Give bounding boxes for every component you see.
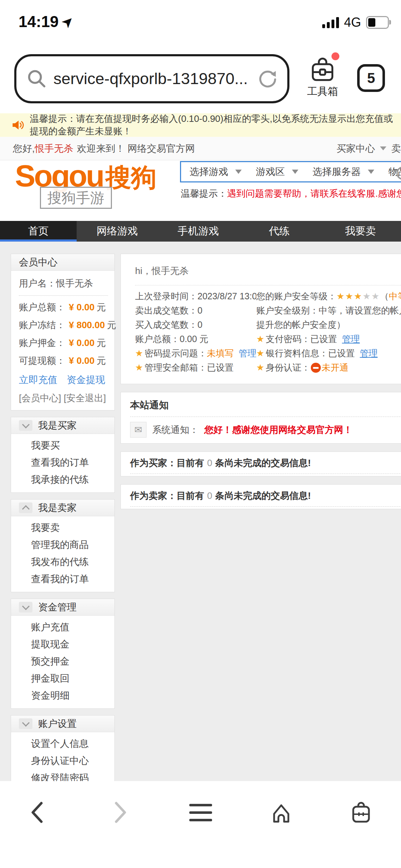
section-buyer-header[interactable]: 我是买家 xyxy=(11,417,114,434)
sidebar-item-funds-detail[interactable]: 资金明细 xyxy=(11,687,114,704)
refresh-icon[interactable] xyxy=(257,68,278,89)
star-icons-empty: ★★ xyxy=(363,291,380,301)
location-arrow-icon: ➤ xyxy=(59,14,76,30)
last-login-row: 上次登录时间：2023/8/27 13:06:05 xyxy=(135,289,256,303)
sidebar-item-id-auth-center[interactable]: 身份认证中心 xyxy=(11,752,114,769)
tip-text: 温馨提示：请在充值提现时务必输入(0.10-0.90)相应的零头,以免系统无法显… xyxy=(30,113,401,138)
recharge-link[interactable]: 立即充值 xyxy=(19,373,57,386)
sidebar-item-withdraw-cash[interactable]: 提取现金 xyxy=(11,636,114,653)
browser-bottom-toolbar xyxy=(0,781,401,868)
section-account-header[interactable]: 账户设置 xyxy=(11,715,114,732)
nav-tab-mobile-games[interactable]: 手机游戏 xyxy=(158,221,239,242)
service-tip: 温馨提示：遇到问题需要帮助，请联系在线客服.感谢您的支持! xyxy=(181,187,401,200)
member-center-card: 会员中心 用户名：恨手无杀 账户总额：¥ 0.00元 账户冻结：¥ 800.00… xyxy=(11,254,115,410)
chevron-down-icon xyxy=(380,146,386,150)
home-button[interactable] xyxy=(270,801,293,824)
chevron-up-icon xyxy=(19,502,32,513)
address-bar[interactable]: service-qfxporlb-1319870... xyxy=(14,54,289,103)
sidebar-item-sell[interactable]: 我要卖 xyxy=(11,519,114,536)
star-icon: ★ xyxy=(135,362,143,372)
nav-tab-home[interactable]: 首页 xyxy=(0,221,77,242)
sidebar-item-change-login-password[interactable]: 修改登陆密码 xyxy=(11,769,114,781)
member-center-title: 会员中心 xyxy=(11,254,114,271)
back-button[interactable] xyxy=(27,801,50,824)
speaker-icon xyxy=(12,118,24,132)
search-icon xyxy=(26,68,48,90)
browser-top-bar: service-qfxporlb-1319870... 工具箱 5 xyxy=(0,36,401,113)
member-username: 用户名：恨手无杀 xyxy=(19,273,108,296)
nav-tab-sell[interactable]: 我要卖 xyxy=(320,221,401,242)
logo-cn-text: 搜狗 xyxy=(106,163,157,192)
balance-frozen-row: 账户冻结：¥ 800.00元 xyxy=(19,319,108,331)
status-bar: 14:19 ➤ 4G xyxy=(0,0,401,36)
game-select[interactable]: 选择游戏 xyxy=(190,165,242,178)
menu-button[interactable] xyxy=(189,801,212,824)
not-activated-icon xyxy=(311,363,321,373)
logout-link[interactable]: [安全退出] xyxy=(64,393,106,403)
zone-select[interactable]: 游戏区 xyxy=(256,165,298,178)
chevron-down-icon xyxy=(368,170,374,174)
sidebar-item-prepay-deposit[interactable]: 预交押金 xyxy=(11,653,114,670)
tab-count-button[interactable]: 5 xyxy=(357,64,385,92)
server-select[interactable]: 选择服务器 xyxy=(313,165,374,178)
main-nav: 首页 网络游戏 手机游戏 代练 我要卖 xyxy=(0,221,401,242)
sidebar: 会员中心 用户名：恨手无杀 账户总额：¥ 0.00元 账户冻结：¥ 800.00… xyxy=(11,254,115,781)
sidebar-item-my-orders[interactable]: 查看我的订单 xyxy=(11,454,114,471)
sidebar-item-manage-goods[interactable]: 管理我的商品 xyxy=(11,536,114,553)
star-icon: ★ xyxy=(135,348,143,358)
pay-password-row: ★支付密码：已设置管理 xyxy=(256,332,401,346)
battery-icon xyxy=(366,16,389,29)
nav-tab-boosting[interactable]: 代练 xyxy=(239,221,320,242)
password-hint-row: ★密码提示问题：未填写管理 xyxy=(135,346,256,360)
manage-bank-info-link[interactable]: 管理 xyxy=(360,348,377,358)
briefcase-icon xyxy=(350,801,372,824)
sidebar-item-deposit-return[interactable]: 押金取回 xyxy=(11,670,114,687)
withdraw-link[interactable]: 资金提现 xyxy=(67,373,105,386)
toolbox-bottom-button[interactable] xyxy=(350,801,372,824)
welcome-bar: 您好,恨手无杀 欢迎来到！ 网络交易官方网 买家中心 卖 xyxy=(0,137,401,160)
chevron-down-icon xyxy=(292,170,298,174)
seller-status-panel: 作为卖家：目前有0条尚未完成的交易信息! xyxy=(120,484,401,509)
sidebar-item-accepted-boosting[interactable]: 我承接的代练 xyxy=(11,471,114,488)
buyer-center-menu[interactable]: 买家中心 xyxy=(336,142,375,155)
greeting-suffix: 欢迎来到！ 网络交易官方网 xyxy=(77,142,195,155)
seller-center-menu[interactable]: 卖 xyxy=(391,142,401,155)
manage-pay-password-link[interactable]: 管理 xyxy=(342,334,360,344)
seller-status-text: 作为卖家：目前有0条尚未完成的交易信息! xyxy=(130,490,401,507)
site-notice-title: 本站通知 xyxy=(130,399,401,412)
forward-button[interactable] xyxy=(108,801,130,824)
time-text: 14:19 xyxy=(19,13,59,31)
signal-strength-icon xyxy=(322,17,339,28)
chevron-down-icon xyxy=(19,718,32,729)
nav-tab-pc-games[interactable]: 网络游戏 xyxy=(77,221,158,242)
security-note-line3: 提升您的帐户安全度） xyxy=(256,317,401,332)
section-funds: 资金管理 账户充值 提取现金 预交押金 押金取回 资金明细 xyxy=(11,599,115,709)
section-funds-header[interactable]: 资金管理 xyxy=(11,599,114,616)
section-seller-header[interactable]: 我是卖家 xyxy=(11,500,114,516)
balance-deposit-row: 账户押金：¥ 0.00元 xyxy=(19,337,108,349)
section-buyer: 我是买家 我要买 查看我的订单 我承接的代练 xyxy=(11,417,115,493)
forward-icon xyxy=(108,801,130,824)
sidebar-item-seller-orders[interactable]: 查看我的订单 xyxy=(11,570,114,588)
account-balance-row: 账户总额：0.00 元 xyxy=(135,332,256,346)
sidebar-item-buy[interactable]: 我要买 xyxy=(11,437,114,454)
toolbox-button[interactable]: 工具箱 xyxy=(300,55,345,99)
chevron-down-icon xyxy=(19,420,32,431)
section-account: 账户设置 设置个人信息 身份认证中心 修改登陆密码 修改支付密码 xyxy=(11,715,115,781)
balance-total-row: 账户总额：¥ 0.00元 xyxy=(19,301,108,314)
buyer-status-panel: 作为买家：目前有0条尚未完成的交易信息! xyxy=(120,451,401,476)
url-text[interactable]: service-qfxporlb-1319870... xyxy=(53,69,252,88)
sidebar-item-profile-settings[interactable]: 设置个人信息 xyxy=(11,735,114,752)
bank-info-row: ★银行资料信息：已设置管理 xyxy=(256,346,401,360)
sidebar-item-published-boosting[interactable]: 我发布的代练 xyxy=(11,553,114,570)
toolbox-icon xyxy=(309,55,336,84)
manage-password-hint-link[interactable]: 管理 xyxy=(238,348,256,358)
id-auth-row: ★身份认证：未开通 xyxy=(256,360,401,374)
site-header: Sogou搜狗 搜狗手游 选择游戏 游戏区 选择服务器 物品类型 温馨提示：遇到… xyxy=(0,160,401,221)
balance-withdrawable-row: 可提现额：¥ 0.00元 xyxy=(19,355,108,367)
network-type: 4G xyxy=(344,15,361,30)
site-tip-bar: 温馨提示：请在充值提现时务必输入(0.10-0.90)相应的零头,以免系统无法显… xyxy=(0,113,401,137)
member-center-link[interactable]: [会员中心] xyxy=(19,393,61,403)
sidebar-item-recharge[interactable]: 账户充值 xyxy=(11,619,114,636)
profile-greeting: hi，恨手无杀 xyxy=(135,265,401,277)
